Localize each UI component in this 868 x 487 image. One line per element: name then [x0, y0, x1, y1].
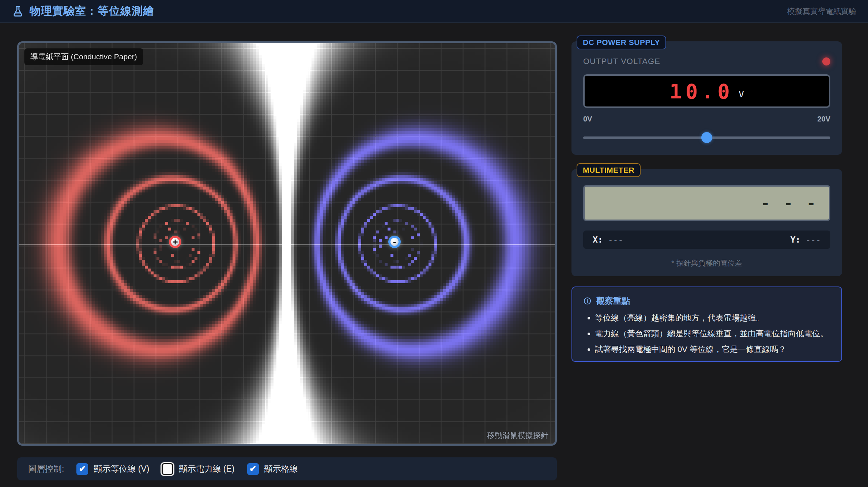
layer-controls-label: 圖層控制:	[28, 463, 64, 475]
slider-min-label: 0V	[583, 115, 592, 123]
header-subtitle: 模擬真實導電紙實驗	[787, 6, 856, 16]
checkbox-equipotential[interactable]: ✔	[76, 463, 88, 475]
slider-thumb[interactable]	[701, 132, 712, 143]
dc-power-supply-badge: DC POWER SUPPLY	[577, 35, 666, 49]
field-canvas[interactable]	[19, 43, 555, 444]
observation-bullet: 電力線（黃色箭頭）總是與等位線垂直，並由高電位指向低電位。	[595, 328, 830, 339]
checkbox-label: 顯示格線	[264, 463, 298, 475]
app-header: 物理實驗室：等位線測繪 模擬真實導電紙實驗	[0, 0, 868, 23]
observation-title: 觀察重點	[596, 295, 630, 307]
multimeter-card: MULTIMETER - - - X: --- Y: --- * 探針與負極的電…	[571, 169, 842, 276]
probe-coordinates: X: --- Y: ---	[583, 231, 830, 249]
paper-label: 導電紙平面 (Conductive Paper)	[24, 48, 143, 65]
output-voltage-label: OUTPUT VOLTAGE	[583, 57, 660, 66]
voltage-unit: V	[739, 89, 744, 100]
negative-electrode: -	[388, 236, 401, 248]
positive-sign: +	[172, 237, 178, 247]
observation-card: 觀察重點 等位線（亮線）越密集的地方，代表電場越強。 電力線（黃色箭頭）總是與等…	[571, 286, 842, 362]
multimeter-badge: MULTIMETER	[577, 163, 641, 177]
toggle-grid[interactable]: ✔ 顯示格線	[247, 463, 298, 475]
x-value: ---	[608, 235, 623, 244]
slider-max-label: 20V	[817, 115, 830, 123]
checkbox-label: 顯示等位線 (V)	[94, 463, 149, 475]
y-label: Y:	[790, 235, 801, 244]
flask-icon	[12, 5, 24, 18]
voltage-value: 10.0	[669, 79, 733, 103]
info-icon	[583, 297, 592, 305]
checkbox-field-lines[interactable]	[162, 463, 173, 475]
page-title: 物理實驗室：等位線測繪	[30, 4, 154, 19]
layer-controls-bar: 圖層控制: ✔ 顯示等位線 (V) 顯示電力線 (E) ✔ 顯示格線	[17, 457, 557, 480]
multimeter-lcd: - - -	[583, 185, 830, 221]
voltage-slider[interactable]	[583, 132, 830, 143]
power-led	[822, 57, 830, 65]
toggle-field-lines[interactable]: 顯示電力線 (E)	[162, 463, 234, 475]
observation-bullet: 試著尋找兩電極中間的 0V 等位線，它是一條直線嗎？	[595, 344, 830, 355]
dc-power-supply-card: DC POWER SUPPLY OUTPUT VOLTAGE 10.0 V 0V…	[571, 41, 842, 155]
checkbox-label: 顯示電力線 (E)	[179, 463, 234, 475]
checkbox-grid[interactable]: ✔	[247, 463, 259, 475]
toggle-equipotential-lines[interactable]: ✔ 顯示等位線 (V)	[76, 463, 149, 475]
probe-hint: 移動滑鼠模擬探針	[487, 430, 548, 441]
multimeter-reading: - - -	[761, 194, 818, 212]
negative-sign: -	[393, 237, 396, 247]
x-label: X:	[593, 235, 603, 244]
multimeter-note: * 探針與負極的電位差	[583, 258, 830, 268]
conductive-paper-panel: 導電紙平面 (Conductive Paper) + - 移動滑鼠模擬探針	[17, 41, 557, 446]
voltage-display: 10.0 V	[583, 74, 830, 108]
y-value: ---	[805, 235, 821, 244]
observation-bullet: 等位線（亮線）越密集的地方，代表電場越強。	[595, 312, 830, 323]
positive-electrode: +	[169, 236, 181, 248]
